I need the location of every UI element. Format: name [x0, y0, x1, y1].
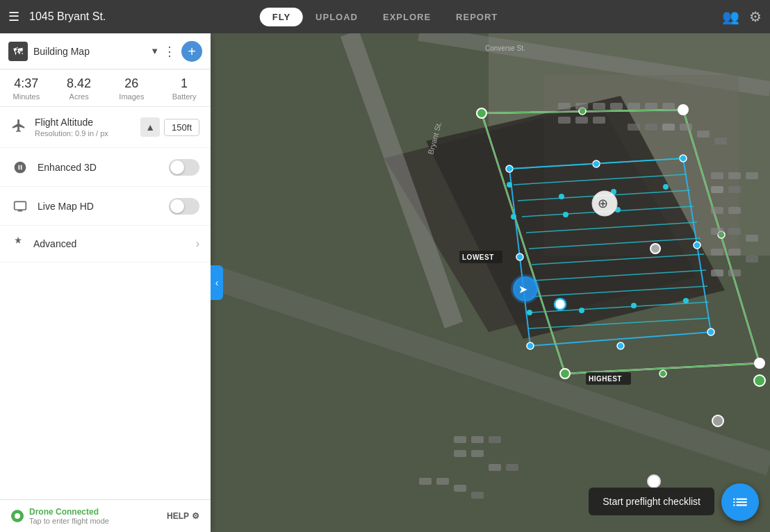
svg-rect-87 — [489, 436, 501, 443]
svg-rect-86 — [471, 436, 484, 443]
enhanced-3d-icon — [11, 160, 29, 174]
svg-rect-68 — [697, 131, 710, 138]
stat-images: 26 Images — [106, 76, 158, 101]
svg-rect-73 — [711, 186, 723, 193]
svg-rect-55 — [575, 103, 588, 110]
altitude-sublabel: Resolution: 0.9 in / px — [35, 129, 140, 138]
svg-rect-59 — [645, 103, 657, 110]
svg-point-39 — [507, 182, 512, 188]
svg-point-53 — [712, 415, 723, 426]
enhanced-3d-toggle[interactable] — [169, 159, 199, 176]
svg-point-50 — [650, 244, 660, 253]
svg-rect-95 — [471, 492, 484, 499]
nav-fly[interactable]: FLY — [260, 8, 303, 26]
svg-rect-80 — [711, 249, 723, 256]
svg-rect-75 — [711, 207, 723, 214]
svg-rect-90 — [489, 464, 501, 471]
checklist-icon — [731, 493, 749, 511]
svg-point-17 — [755, 358, 764, 368]
svg-point-46 — [527, 310, 532, 315]
svg-text:➤: ➤ — [518, 283, 527, 295]
svg-point-19 — [560, 369, 570, 379]
svg-rect-56 — [593, 103, 605, 110]
svg-rect-88 — [454, 450, 466, 457]
altitude-up-button[interactable]: ▲ — [140, 117, 160, 137]
svg-rect-76 — [728, 207, 741, 214]
svg-rect-62 — [575, 117, 588, 124]
start-preflight-button[interactable]: Start preflight checklist — [589, 488, 714, 515]
svg-rect-91 — [506, 464, 518, 471]
header: ☰ 1045 Bryant St. FLY UPLOAD EXPLORE REP… — [0, 0, 770, 33]
nav-upload[interactable]: UPLOAD — [303, 8, 370, 26]
svg-rect-58 — [628, 103, 640, 110]
svg-rect-66 — [662, 124, 675, 131]
enhanced-3d-row: Enhanced 3D — [0, 148, 211, 187]
svg-rect-64 — [628, 124, 640, 131]
advanced-icon — [11, 235, 25, 252]
map-area[interactable]: Bryant St. 8th St. Converse St. LOWEST H… — [211, 33, 770, 532]
add-button[interactable]: + — [181, 41, 202, 62]
drone-status-bar: Drone Connected Tap to enter flight mode… — [0, 499, 211, 532]
svg-point-13 — [477, 108, 486, 118]
advanced-row[interactable]: Advanced › — [0, 226, 211, 263]
svg-point-44 — [563, 212, 568, 217]
live-map-hd-label: Live Map HD — [38, 201, 169, 212]
svg-point-15 — [678, 105, 688, 115]
svg-rect-78 — [728, 228, 741, 235]
live-map-hd-row: Live Map HD — [0, 187, 211, 226]
svg-rect-77 — [711, 228, 723, 235]
svg-rect-57 — [610, 103, 623, 110]
svg-rect-81 — [728, 249, 741, 256]
drone-tap-label: Tap to enter flight mode — [29, 517, 109, 525]
svg-point-48 — [631, 303, 637, 308]
advanced-label: Advanced — [33, 238, 196, 249]
svg-rect-54 — [558, 103, 571, 110]
main-layout: 🗺 Building Map ▼ ⋮ + 4:37 Minutes 8.42 A… — [0, 33, 770, 532]
menu-icon[interactable]: ☰ — [8, 9, 19, 24]
svg-rect-94 — [454, 485, 466, 492]
svg-rect-67 — [680, 124, 692, 131]
svg-rect-60 — [662, 103, 675, 110]
svg-point-49 — [683, 298, 689, 304]
map-dropdown-icon[interactable]: ▼ — [150, 46, 159, 56]
settings-icon[interactable]: ⚙ — [749, 8, 762, 25]
svg-rect-79 — [746, 235, 758, 242]
drone-connected-label: Drone Connected — [29, 507, 109, 517]
svg-rect-72 — [746, 172, 758, 179]
svg-rect-93 — [436, 478, 449, 485]
nav-bar: FLY UPLOAD EXPLORE REPORT — [260, 8, 511, 26]
stats-row: 4:37 Minutes 8.42 Acres 26 Images 1 Batt… — [0, 69, 211, 107]
map-more-button[interactable]: ⋮ — [163, 44, 176, 59]
flight-icon — [11, 118, 26, 136]
add-user-icon[interactable]: 👥 — [722, 8, 739, 25]
svg-point-23 — [694, 242, 701, 249]
collapse-sidebar-button[interactable]: ‹ — [211, 265, 223, 300]
svg-text:LOWEST: LOWEST — [462, 253, 494, 261]
svg-rect-83 — [711, 269, 723, 276]
enhanced-3d-label: Enhanced 3D — [38, 162, 169, 173]
svg-rect-63 — [593, 117, 605, 124]
svg-point-40 — [559, 194, 564, 199]
svg-text:⊕: ⊕ — [598, 197, 608, 210]
nav-explore[interactable]: EXPLORE — [370, 8, 443, 26]
altitude-label: Flight Altitude — [35, 117, 140, 128]
svg-text:HIGHEST: HIGHEST — [589, 375, 622, 383]
help-button[interactable]: HELP ⚙ — [167, 511, 199, 521]
settings-section: Flight Altitude Resolution: 0.9 in / px … — [0, 107, 211, 263]
live-map-hd-toggle[interactable] — [169, 198, 199, 215]
checklist-fab-button[interactable] — [721, 483, 759, 521]
map-type-icon: 🗺 — [8, 42, 28, 61]
svg-rect-69 — [714, 138, 727, 144]
nav-report[interactable]: REPORT — [443, 8, 510, 26]
svg-rect-61 — [558, 117, 571, 124]
flight-altitude-row: Flight Altitude Resolution: 0.9 in / px … — [0, 107, 211, 148]
stat-acres: 8.42 Acres — [53, 76, 106, 101]
svg-point-107 — [555, 299, 566, 310]
advanced-chevron-icon: › — [196, 238, 199, 250]
svg-rect-82 — [746, 256, 758, 263]
live-map-hd-icon — [11, 199, 29, 213]
svg-point-18 — [660, 370, 666, 377]
svg-point-27 — [516, 253, 523, 260]
altitude-value: 150ft — [164, 119, 199, 136]
svg-point-43 — [511, 214, 516, 219]
